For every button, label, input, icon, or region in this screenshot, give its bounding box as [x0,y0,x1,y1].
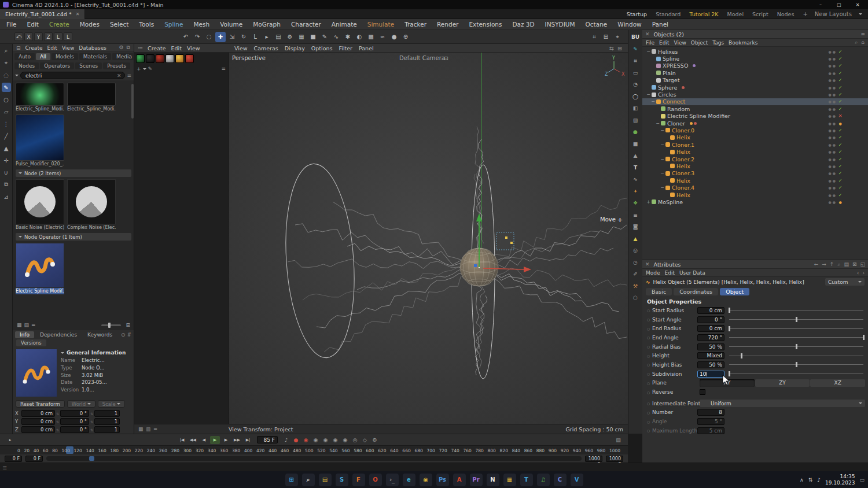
right-tool-icon[interactable]: BU [631,33,640,41]
clock[interactable]: 14:35 19.10.2023 [825,474,855,486]
enable-state-icon[interactable] [837,185,844,190]
section-header-nodes[interactable]: Node (2 Items) [16,169,131,177]
layout-item[interactable]: Model [727,11,744,17]
anim-dot-icon[interactable] [647,372,652,376]
keying-icon[interactable]: ◇ [361,436,369,444]
notifications-icon[interactable]: ▭ [859,477,865,483]
keying-icon[interactable]: ◉ [331,436,340,444]
visibility-dots[interactable]: ●● [829,64,837,68]
menu-item[interactable]: Daz 3D [507,21,539,28]
tree-row[interactable]: Electric Spline Modifier ●● [642,113,868,120]
object-label[interactable]: MoSpline [658,199,683,205]
material-view-icon[interactable]: ▥ [146,426,150,432]
anim-dot-icon[interactable] [647,335,652,339]
slider-knob[interactable] [796,344,797,349]
asset-item-selected[interactable]: Electric Spline Modif... [16,243,131,294]
toolbar-tool-icon[interactable]: ≈ [377,32,388,42]
transport-button[interactable]: ◀ [199,436,209,444]
preset-dropdown[interactable]: Custom [825,278,865,286]
right-tool-icon[interactable]: ■ [631,140,640,148]
toolbar-tool-icon[interactable]: ▩ [366,32,376,42]
tree-row[interactable]: + MoSpline ●● [642,198,868,205]
toolbar-axis-button[interactable]: X [24,32,33,41]
viewport-menu-item[interactable]: Cameras [254,45,278,51]
taskbar-app-icon[interactable]: ◉ [420,474,432,486]
menu-item[interactable]: MoGraph [248,21,286,28]
keying-icon[interactable]: ● [292,436,300,444]
asset-item[interactable]: Pulse_Modifier_020_... [16,114,131,167]
attributes-header-icon[interactable]: ← [814,261,819,268]
right-tool-icon[interactable]: ✦ [631,187,640,195]
attribute-slider[interactable] [729,344,863,349]
operator-thumbnail[interactable] [16,243,64,288]
delete-material-icon[interactable]: ≡ [221,66,226,72]
taskbar-app-icon[interactable]: A [453,474,466,486]
preview-min-field[interactable]: 0 F [25,456,43,462]
attribute-value-field[interactable]: 5 cm [697,427,724,434]
toolbar-tool-icon[interactable]: ✚ [215,32,226,42]
asset-menu-item[interactable]: Databases [79,45,106,51]
expander-icon[interactable]: − [660,142,665,147]
layout-item[interactable]: Nodes [777,11,795,17]
grid-view-icon[interactable]: ▦ [17,322,22,328]
asset-header-icon[interactable]: ⧉ [127,45,130,51]
chevron-down-icon[interactable] [859,13,862,17]
tag-icons[interactable] [681,72,689,75]
object-label[interactable]: Cloner.1 [672,142,694,148]
left-tool-icon[interactable]: ▲ [2,143,11,153]
attributes-tab[interactable]: Basic [646,288,672,295]
layout-item[interactable]: Startup [627,11,647,17]
attribute-slider[interactable] [729,371,863,376]
viewport-canvas[interactable]: Perspective Default Camera ⊡ Y X Z Move … [229,53,628,424]
menu-item[interactable]: Panel [647,21,674,28]
asset-type-tab[interactable]: Nodes [14,62,39,69]
material-view-icon[interactable]: ≡ [153,426,157,432]
tree-row[interactable]: XPRESSO ●● [642,62,868,69]
expander-icon[interactable]: − [660,185,665,190]
enable-state-icon[interactable] [837,135,844,140]
collapse-icon[interactable] [61,352,64,356]
menu-item[interactable]: Volume [215,21,248,28]
transport-button[interactable]: ▶ [221,436,231,444]
camera-icon[interactable]: ⊡ [444,56,448,61]
tag-icons[interactable] [690,122,698,125]
attribute-value-field[interactable]: 0 ° [697,316,724,323]
anim-dot-icon[interactable] [647,390,652,394]
clear-search-icon[interactable]: ✕ [117,73,122,79]
right-tool-icon[interactable]: ◎ [631,246,640,254]
attributes-header-icon[interactable]: ⌕ [837,261,840,268]
keying-icon[interactable]: ⚙ [370,436,379,444]
dock-icon[interactable]: ⊟ [16,45,21,51]
toolbar-tool-icon[interactable]: ▤ [273,32,284,42]
material-menu-item[interactable]: Edit [171,45,182,51]
anim-dot-icon[interactable] [647,308,652,312]
object-label[interactable]: Helix [676,163,690,169]
keying-icon[interactable]: ◉ [301,436,310,444]
menu-item[interactable]: Octane [580,21,613,28]
right-tool-icon[interactable]: ⚒ [631,282,640,290]
asset-type-tab[interactable]: Scenes [75,62,102,69]
tree-row[interactable]: Target ●● [642,77,868,84]
timeline-mode-icon[interactable]: ▸ [5,436,15,444]
attributes-tab[interactable]: Coordinates [674,288,718,295]
toolbar-tool-icon[interactable]: ■ [308,32,318,42]
toolbar-tool-icon[interactable]: ↻ [238,32,249,42]
material-menu-item[interactable]: View [187,45,200,51]
object-label[interactable]: Cloner.0 [672,127,694,134]
attribute-slider[interactable] [729,362,863,367]
taskbar-app-icon[interactable]: ♫ [537,474,550,486]
detail-view-icon[interactable]: ▤ [24,322,30,328]
tag-icons[interactable] [695,194,703,197]
asset-item[interactable]: Electric_Spline_Modi... [67,83,116,112]
taskbar-app-icon[interactable]: Pr [470,474,483,486]
tray-icon[interactable]: ∧ [800,477,804,483]
menu-item[interactable]: File [1,21,22,28]
tree-row[interactable]: − Cloner.0 ●● [642,127,868,134]
enable-state-icon[interactable] [837,63,844,68]
viewport-3d[interactable]: Perspective Default Camera ⊡ Y X Z Move … [229,53,628,424]
visibility-dots[interactable]: ●● [829,143,837,147]
slider-knob[interactable] [741,353,742,358]
asset-menu-item[interactable]: Create [25,45,43,51]
visibility-dots[interactable]: ●● [829,186,837,190]
list-view-icon[interactable]: ≡ [31,322,36,328]
